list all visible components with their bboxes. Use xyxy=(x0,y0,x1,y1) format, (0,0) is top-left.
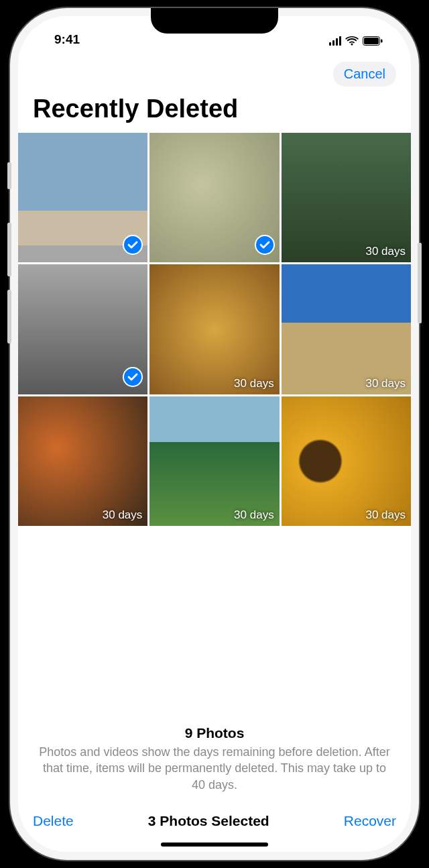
summary: 9 Photos Photos and videos show the days… xyxy=(18,725,411,802)
photo-cell[interactable] xyxy=(18,264,147,394)
volume-down xyxy=(7,290,11,343)
wifi-icon xyxy=(345,36,359,46)
photo-grid: 30 days30 days30 days30 days30 days30 da… xyxy=(18,133,411,526)
photo-thumbnail xyxy=(149,396,279,526)
photo-thumbnail xyxy=(282,264,411,394)
home-indicator[interactable] xyxy=(161,843,268,847)
side-button xyxy=(418,243,422,323)
summary-text: Photos and videos show the days remainin… xyxy=(36,744,393,793)
cancel-button[interactable]: Cancel xyxy=(333,62,396,87)
cellular-icon xyxy=(329,36,342,46)
recover-button[interactable]: Recover xyxy=(344,813,396,829)
days-remaining-label: 30 days xyxy=(234,508,274,522)
checkmark-icon xyxy=(255,235,275,258)
svg-point-4 xyxy=(255,235,274,254)
status-time: 9:41 xyxy=(41,32,80,47)
svg-rect-2 xyxy=(381,40,383,43)
delete-button[interactable]: Delete xyxy=(33,813,74,829)
checkmark-icon xyxy=(123,367,143,390)
toolbar: Delete 3 Photos Selected Recover xyxy=(18,802,411,836)
days-remaining-label: 30 days xyxy=(234,377,274,390)
photo-cell[interactable]: 30 days xyxy=(149,396,279,526)
notch xyxy=(151,8,278,34)
days-remaining-label: 30 days xyxy=(365,245,406,258)
battery-icon xyxy=(363,36,383,46)
nav-bar: Cancel xyxy=(18,54,411,91)
photo-cell[interactable]: 30 days xyxy=(149,264,279,394)
selection-status: 3 Photos Selected xyxy=(148,813,269,829)
days-remaining-label: 30 days xyxy=(365,508,406,522)
ring-switch xyxy=(7,162,11,189)
photo-cell[interactable]: 30 days xyxy=(282,396,411,526)
photo-cell[interactable] xyxy=(149,133,279,262)
photo-thumbnail xyxy=(282,133,411,262)
svg-point-3 xyxy=(123,235,142,254)
checkmark-icon xyxy=(123,235,143,258)
volume-up xyxy=(7,223,11,276)
svg-point-5 xyxy=(123,368,142,386)
photo-cell[interactable]: 30 days xyxy=(18,396,147,526)
photo-cell[interactable]: 30 days xyxy=(282,264,411,394)
photo-cell[interactable] xyxy=(18,133,147,262)
photo-thumbnail xyxy=(149,264,279,394)
photo-cell[interactable]: 30 days xyxy=(282,133,411,262)
photo-thumbnail xyxy=(282,396,411,526)
device-frame: 9:41 Cancel Recently Deleted 30 days30 d… xyxy=(10,8,419,860)
page-title: Recently Deleted xyxy=(18,91,411,133)
photo-count: 9 Photos xyxy=(36,725,393,741)
svg-rect-1 xyxy=(364,38,379,44)
days-remaining-label: 30 days xyxy=(103,508,143,522)
status-icons xyxy=(329,36,389,46)
photo-thumbnail xyxy=(18,396,147,526)
days-remaining-label: 30 days xyxy=(365,377,406,390)
screen: 9:41 Cancel Recently Deleted 30 days30 d… xyxy=(18,16,411,852)
